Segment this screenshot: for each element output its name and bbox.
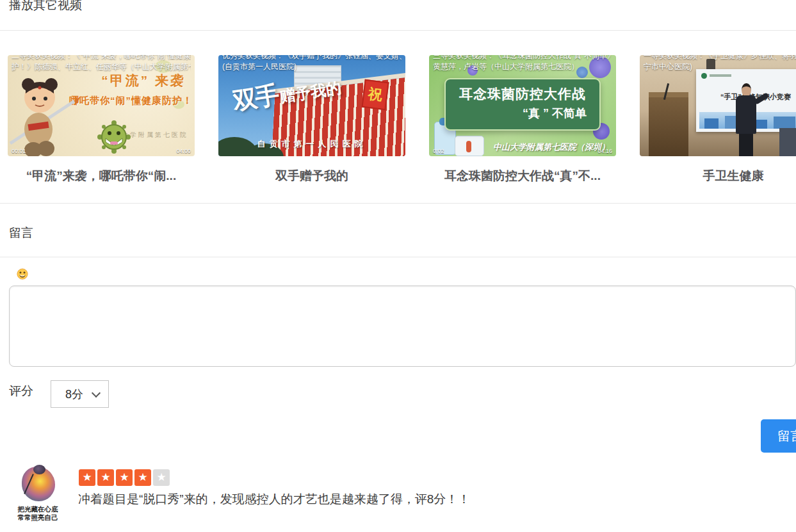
page: 播放其它视频 二等奖获奖视频：《“甲流”来袭，哪吒带你“闹”懂健康防 护！》陈德… [0,0,796,532]
judge-desk [779,128,796,156]
video-title: 手卫生健康 [640,168,796,184]
video-thumbnail: “手卫”先锋知识小竞赛 一等奖获奖视频：《手卫健康》罗佳欣、蒋羽婷、汤小 宁市中… [640,55,796,156]
divider [0,203,796,204]
video-thumbnail: 三等奖获奖视频：《耳念珠菌防控大作战“真”不简单》杜丽， 黄慧萍，卢岩等（中山大… [429,55,616,156]
avatar-caption: 把光藏在心底 常常照亮自己 [9,505,67,522]
chevron-down-icon [92,389,101,398]
rating-select[interactable]: 8分 [51,380,109,408]
zhu-banner: 祝 [361,79,389,110]
thumbnail-caption: 二等奖获奖视频：《“甲流”来袭，哪吒带你“闹”懂健康防 护！》陈德强、牛立红、任… [8,55,195,72]
divider [0,257,796,257]
thumbnail-caption: 三等奖获奖视频：《耳念珠菌防控大作战“真”不简单》杜丽， 黄慧萍，卢岩等（中山大… [429,55,616,72]
podium [649,92,688,156]
thumbnail-caption: 一等奖获奖视频：《手卫健康》罗佳欣、蒋羽婷、汤小 宁市中心医院) [640,55,796,72]
video-title: 双手赠予我的 [218,168,405,184]
video-card-row: 二等奖获奖视频：《“甲流”来袭，哪吒带你“闹”懂健康防 护！》陈德强、牛立红、任… [8,55,796,184]
virus-cartoon-illustration [97,120,131,154]
video-title: 耳念珠菌防控大作战“真”不... [429,168,616,184]
video-card-shouwei[interactable]: “手卫”先锋知识小竞赛 一等奖获奖视频：《手卫健康》罗佳欣、蒋羽婷、汤小 宁市中… [640,55,796,184]
hospital-logo [701,73,707,79]
thumb-art-footer: 中山大学附属第七医院（深圳） [493,141,610,153]
video-card-shuangshou[interactable]: 祝 优秀奖获奖视频：《双手赠予我的》张钰涵、姜文婧、曹莉等 (自贡市第一人民医院… [218,55,405,184]
emoji-picker-icon[interactable] [17,268,28,280]
video-thumbnail: 二等奖获奖视频：《“甲流”来袭，哪吒带你“闹”懂健康防 护！》陈德强、牛立红、任… [8,55,195,156]
thumb-art-footer: 自贡市第一人民医院 [218,138,405,150]
presenter-body [736,95,756,134]
video-card-jialiu[interactable]: 二等奖获奖视频：《“甲流”来袭，哪吒带你“闹”懂健康防 护！》陈德强、牛立红、任… [8,55,195,184]
video-thumbnail: 祝 优秀奖获奖视频：《双手赠予我的》张钰涵、姜文婧、曹莉等 (自贡市第一人民医院… [218,55,405,156]
rating-selected-value: 8分 [51,387,83,402]
thumb-art-panel: 耳念珠菌防控大作战 “真 ” 不简单 [444,78,601,131]
avatar-figure-head [33,465,45,474]
commenter-avatar: 把光藏在心底 常常照亮自己 [9,465,67,522]
star-filled-icon: ★ [79,469,95,486]
star-rating: ★★★★★ [79,469,170,486]
timestamp-current: 00:01 [12,148,26,154]
section-title-comments: 留言 [9,225,33,241]
building-block [704,118,719,129]
divider [0,30,796,31]
star-filled-icon: ★ [116,469,133,486]
thumb-art-subtitle: 哪吒带你“闹”懂健康防护！ [69,95,193,107]
thumbnail-caption: 优秀奖获奖视频：《双手赠予我的》张钰涵、姜文婧、曹莉等 (自贡市第一人民医院) [218,55,405,72]
nezha-character-illustration [8,68,81,156]
avatar-artwork [9,465,67,503]
building-block [774,117,795,129]
timestamp-duration: 04:16 [597,148,612,154]
hospital-logo-text [710,74,731,77]
video-card-ernianzhujun[interactable]: 三等奖获奖视频：《耳念珠菌防控大作战“真”不简单》杜丽， 黄慧萍，卢岩等（中山大… [429,55,616,184]
presenter-silhouette [736,83,756,156]
timestamp-current: 0:02 [433,148,444,154]
comment-textarea[interactable] [9,286,796,367]
star-filled-icon: ★ [134,469,151,486]
presenter-head [742,83,751,97]
presenter-legs [739,134,753,156]
rating-label: 评分 [9,383,33,399]
section-title-other-videos: 播放其它视频 [9,0,82,13]
thumb-art-title: “甲流” 来袭 [101,72,186,90]
video-title: “甲流”来袭，哪吒带你“闹... [8,168,195,184]
submit-comment-button[interactable]: 留言 [761,419,796,453]
supply-box-mark [466,141,471,152]
comment-text: 冲着题目是“脱口秀”来的，发现感控人的才艺也是越来越了得，评8分！！ [78,490,470,508]
timestamp-duration: 04:00 [176,148,191,154]
star-empty-icon: ★ [153,469,170,486]
star-filled-icon: ★ [97,469,114,486]
